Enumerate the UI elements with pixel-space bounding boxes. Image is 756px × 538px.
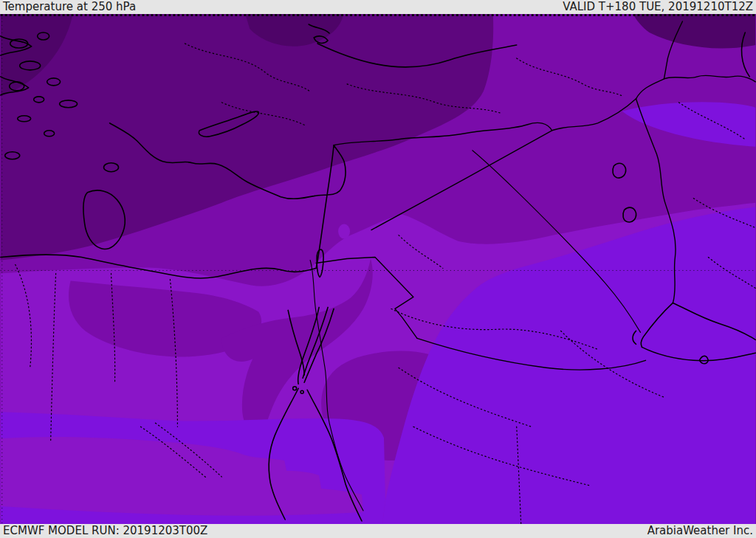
model-run-label: ECMWF MODEL RUN: 20191203T00Z [3,524,207,538]
map-header: Temperature at 250 hPa VALID T+180 TUE, … [0,0,756,14]
map-footer: ECMWF MODEL RUN: 20191203T00Z ArabiaWeat… [0,524,756,538]
temperature-map [0,14,756,524]
map-title: Temperature at 250 hPa [3,0,136,14]
provider-label: ArabiaWeather Inc. [647,524,753,538]
band-bright-galilee-spot [338,224,350,239]
map-canvas [0,14,756,524]
weather-map-app: Temperature at 250 hPa VALID T+180 TUE, … [0,0,756,538]
map-validity: VALID T+180 TUE, 20191210T12Z [563,0,753,14]
